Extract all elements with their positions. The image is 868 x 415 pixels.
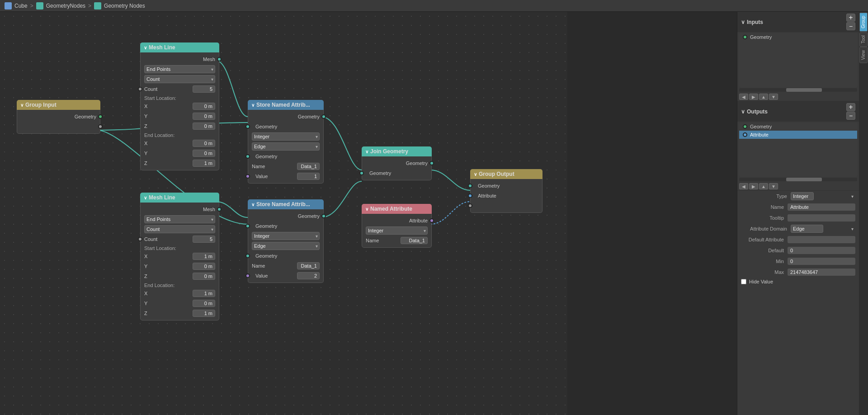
group-out-extra-socket[interactable] bbox=[468, 203, 472, 208]
mesh-line-2-mode-row[interactable]: End Points Offset bbox=[141, 214, 219, 224]
outputs-add-btn[interactable]: + bbox=[846, 103, 855, 111]
outputs-remove-btn[interactable]: − bbox=[846, 112, 855, 120]
outputs-collapse-arrow[interactable]: ∨ bbox=[741, 108, 745, 115]
store-named-attr-2-domain-row[interactable]: Edge Point bbox=[248, 241, 323, 251]
breadcrumb-geonodes2[interactable]: Geometry Nodes bbox=[104, 3, 145, 9]
breadcrumb-geonodes[interactable]: GeometryNodes bbox=[46, 3, 85, 9]
store-named-attr-2-geo2-socket[interactable] bbox=[245, 254, 250, 258]
inputs-scroll-left[interactable]: ◀ bbox=[739, 94, 748, 100]
named-attr-type-row[interactable]: Integer Float bbox=[362, 226, 431, 236]
join-geometry-header[interactable]: ∨ Join Geometry bbox=[362, 146, 432, 156]
group-output-header[interactable]: ∨ Group Output bbox=[470, 169, 542, 179]
store-named-attr-1-type-row[interactable]: Integer Float Vector bbox=[248, 132, 323, 141]
inputs-scroll-up[interactable]: ▲ bbox=[759, 94, 768, 100]
group-input-header[interactable]: ∨ Group Input bbox=[17, 100, 100, 110]
named-attr-name-value[interactable]: Data_1 bbox=[401, 237, 428, 244]
inputs-remove-btn[interactable]: − bbox=[846, 22, 855, 30]
store-named-attr-1-geo2-socket[interactable] bbox=[245, 154, 250, 159]
mesh-line-2-sz-value[interactable]: 0 m bbox=[193, 273, 215, 280]
tooltip-input[interactable] bbox=[788, 214, 855, 222]
side-tab-view[interactable]: View bbox=[859, 47, 868, 63]
store-named-attr-1-type-select[interactable]: Integer Float Vector bbox=[252, 132, 320, 141]
store-named-attr-2-name-value[interactable]: Data_1 bbox=[297, 262, 320, 269]
mesh-line-2-sx-value[interactable]: 1 m bbox=[193, 253, 215, 260]
mesh-line-1-header[interactable]: ∨ Mesh Line bbox=[140, 42, 219, 52]
store-named-attr-2-domain-select[interactable]: Edge Point bbox=[252, 242, 320, 250]
named-attribute-header[interactable]: ∨ Named Attribute bbox=[362, 204, 432, 214]
mesh-line-1-sy-value[interactable]: 0 m bbox=[193, 113, 215, 120]
inputs-scrollbar[interactable] bbox=[739, 88, 857, 92]
named-attr-type-select[interactable]: Integer Float bbox=[366, 226, 428, 235]
mesh-line-1-mesh-socket[interactable] bbox=[217, 57, 222, 61]
store-named-attr-2-header[interactable]: ∨ Store Named Attrib... bbox=[248, 199, 324, 209]
store-named-attr-2-type-select[interactable]: Integer Float bbox=[252, 232, 320, 240]
outputs-scroll-up[interactable]: ▲ bbox=[759, 183, 768, 189]
outputs-scroll-right[interactable]: ▶ bbox=[749, 183, 758, 189]
hide-value-checkbox[interactable] bbox=[741, 279, 746, 284]
mesh-line-2-count-socket[interactable] bbox=[138, 237, 142, 241]
mesh-line-2-count-value[interactable]: 5 bbox=[193, 236, 215, 243]
store-named-attr-2-type-row[interactable]: Integer Float bbox=[248, 231, 323, 241]
store-named-attr-1-domain-row[interactable]: Edge Point Face bbox=[248, 141, 323, 151]
mesh-line-2-mode-select[interactable]: End Points Offset bbox=[144, 215, 215, 223]
mesh-line-2-count-mode-select[interactable]: Count Resolution bbox=[144, 225, 215, 233]
mesh-line-2-sy-value[interactable]: 0 m bbox=[193, 263, 215, 270]
store-named-attr-1-domain-select[interactable]: Edge Point Face bbox=[252, 142, 320, 151]
mesh-line-2-ez-value[interactable]: 1 m bbox=[193, 310, 215, 317]
min-input[interactable] bbox=[788, 258, 855, 265]
mesh-line-1-ex-value[interactable]: 0 m bbox=[193, 140, 215, 147]
mesh-line-2-ey-value[interactable]: 0 m bbox=[193, 300, 215, 307]
name-input[interactable] bbox=[788, 203, 855, 211]
mesh-line-1-count-socket[interactable] bbox=[138, 87, 142, 91]
mesh-line-1-sx-value[interactable]: 0 m bbox=[193, 103, 215, 110]
store-named-attr-1-geo-out-socket[interactable] bbox=[321, 114, 326, 119]
outputs-geometry-item[interactable]: Geometry bbox=[739, 123, 857, 131]
attr-domain-select[interactable]: Edge Point Face Face Corner bbox=[791, 225, 823, 233]
max-input[interactable] bbox=[788, 269, 855, 276]
mesh-line-1-mode-select[interactable]: End Points Offset bbox=[144, 65, 215, 73]
outputs-scrollbar[interactable] bbox=[739, 178, 857, 181]
mesh-line-1-count-mode-select[interactable]: Count Resolution bbox=[144, 75, 215, 83]
join-geo-out-socket[interactable] bbox=[429, 161, 434, 165]
mesh-line-1-ey-value[interactable]: 0 m bbox=[193, 150, 215, 157]
join-geo-in-socket[interactable] bbox=[359, 171, 364, 175]
named-attr-out-socket[interactable] bbox=[429, 218, 434, 223]
group-out-geo-socket[interactable] bbox=[468, 184, 472, 188]
default-input[interactable] bbox=[788, 247, 855, 254]
store-named-attr-2-value-socket[interactable] bbox=[245, 274, 250, 278]
node-editor-canvas[interactable]: ∨ Group Input Geometry ∨ Mesh Line Mesh bbox=[0, 12, 567, 415]
group-out-attr-socket[interactable] bbox=[468, 193, 472, 198]
inputs-scroll-down[interactable]: ▼ bbox=[769, 94, 778, 100]
mesh-line-1-sz-value[interactable]: 0 m bbox=[193, 123, 215, 130]
default-attr-input[interactable] bbox=[788, 236, 855, 243]
mesh-line-1-count-mode-row[interactable]: Count Resolution bbox=[141, 74, 219, 84]
group-input-geometry-socket[interactable] bbox=[98, 114, 103, 119]
outputs-scrollbar-thumb[interactable] bbox=[786, 178, 821, 181]
inputs-scroll-right[interactable]: ▶ bbox=[749, 94, 758, 100]
store-named-attr-1-geo-in-socket[interactable] bbox=[245, 124, 250, 129]
store-named-attr-2-geo-in-socket[interactable] bbox=[245, 224, 250, 228]
outputs-scroll-down[interactable]: ▼ bbox=[769, 183, 778, 189]
inputs-scrollbar-thumb[interactable] bbox=[786, 88, 821, 92]
inputs-geometry-item[interactable]: Geometry bbox=[739, 33, 857, 41]
mesh-line-2-mesh-socket[interactable] bbox=[217, 207, 222, 212]
outputs-scroll-left[interactable]: ◀ bbox=[739, 183, 748, 189]
mesh-line-1-mode-row[interactable]: End Points Offset bbox=[141, 64, 219, 74]
breadcrumb-cube[interactable]: Cube bbox=[14, 3, 28, 9]
mesh-line-1-count-value[interactable]: 5 bbox=[193, 85, 215, 93]
mesh-line-2-count-mode-row[interactable]: Count Resolution bbox=[141, 224, 219, 234]
store-named-attr-1-value-socket[interactable] bbox=[245, 174, 250, 179]
store-named-attr-1-name-value[interactable]: Data_1 bbox=[297, 163, 320, 170]
outputs-attribute-item[interactable]: Attribute bbox=[739, 131, 857, 139]
store-named-attr-2-value-val[interactable]: 2 bbox=[297, 272, 320, 279]
store-named-attr-1-value-val[interactable]: 1 bbox=[297, 173, 320, 180]
store-named-attr-1-header[interactable]: ∨ Store Named Attrib... bbox=[248, 100, 324, 110]
store-named-attr-2-geo-out-socket[interactable] bbox=[321, 214, 326, 218]
side-tab-group[interactable]: Group bbox=[859, 13, 868, 32]
inputs-add-btn[interactable]: + bbox=[846, 14, 855, 22]
mesh-line-2-ex-value[interactable]: 1 m bbox=[193, 290, 215, 297]
mesh-line-2-header[interactable]: ∨ Mesh Line bbox=[140, 193, 219, 203]
type-select[interactable]: Integer Float Boolean Vector Color bbox=[791, 192, 814, 200]
side-tab-tool[interactable]: Tool bbox=[859, 32, 868, 47]
group-input-extra-socket[interactable] bbox=[98, 124, 103, 129]
